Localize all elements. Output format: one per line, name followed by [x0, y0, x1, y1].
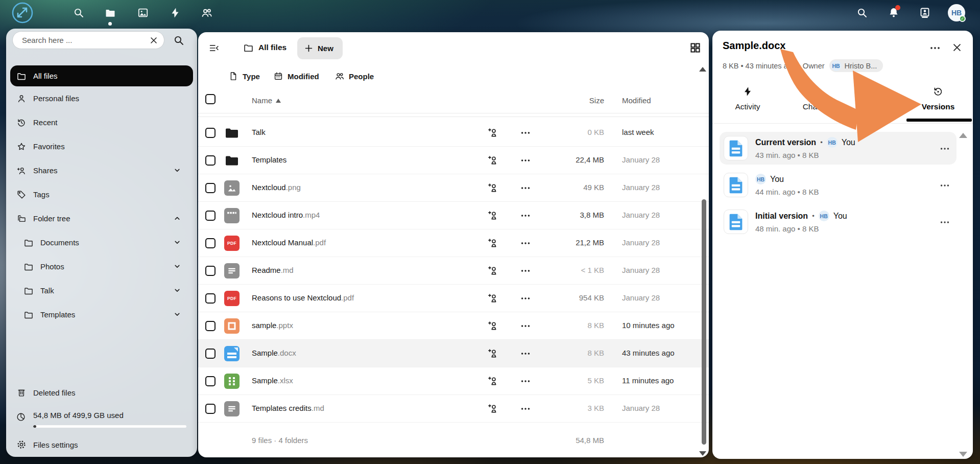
- sidebar-item-tags[interactable]: Tags: [6, 182, 197, 206]
- file-name[interactable]: Nextcloud.png: [252, 183, 301, 192]
- share-add-icon[interactable]: [487, 347, 499, 359]
- file-name[interactable]: Sample.docx: [252, 349, 296, 357]
- version-row-3[interactable]: Initial version•HBYou48 min. ago • 8 KB: [720, 205, 957, 238]
- file-row-sample-docx[interactable]: Sample.docx8 KB43 minutes ago: [198, 340, 709, 367]
- details-actions-icon[interactable]: [929, 42, 941, 54]
- sidebar-item-folder-tree[interactable]: Folder tree: [6, 206, 197, 230]
- scrollbar-thumb[interactable]: [702, 199, 706, 445]
- version-row-1[interactable]: Current version•HBYou43 min. ago • 8 KB: [720, 132, 957, 165]
- column-header-size[interactable]: Size: [525, 96, 604, 105]
- dots-h-icon[interactable]: [939, 180, 950, 191]
- sidebar-item-recent[interactable]: Recent: [6, 110, 197, 134]
- chevron-down-icon[interactable]: [172, 285, 182, 295]
- filter-chip-type[interactable]: Type: [228, 71, 260, 81]
- collapse-sidebar-icon[interactable]: [208, 42, 220, 54]
- file-name[interactable]: Nextcloud Manual.pdf: [252, 238, 326, 247]
- share-add-icon[interactable]: [487, 154, 499, 166]
- row-checkbox[interactable]: [205, 321, 216, 331]
- chevron-down-icon[interactable]: [172, 309, 182, 319]
- row-checkbox[interactable]: [205, 293, 216, 304]
- file-name[interactable]: Talk: [252, 128, 266, 136]
- chevron-down-icon[interactable]: [172, 165, 182, 175]
- file-row-nextcloud-manual-pdf[interactable]: PDFNextcloud Manual.pdf21,2 MBJanuary 28: [198, 229, 709, 257]
- clear-search-icon[interactable]: [149, 35, 159, 45]
- file-row-templates-credits-md[interactable]: Templates credits.md3 KBJanuary 28: [198, 395, 709, 423]
- sidebar-item-talk[interactable]: Talk: [6, 279, 197, 303]
- file-name[interactable]: Nextcloud intro.mp4: [252, 211, 320, 219]
- contacts-menu-icon[interactable]: [919, 7, 931, 19]
- unified-search-icon[interactable]: [856, 7, 868, 19]
- file-row-reasons-to-use-nextcloud-pdf[interactable]: PDFReasons to use Nextcloud.pdf954 KBJan…: [198, 285, 709, 312]
- app-search-icon[interactable]: [73, 7, 85, 19]
- app-files-icon[interactable]: [104, 7, 116, 19]
- tab-versions[interactable]: Versions: [907, 86, 969, 111]
- share-add-icon[interactable]: [487, 127, 499, 138]
- chevron-down-icon[interactable]: [172, 261, 182, 271]
- file-row-talk[interactable]: Talk0 KBlast week: [198, 119, 709, 147]
- versions-scroll-up-arrow[interactable]: [959, 133, 967, 138]
- file-row-nextcloud-intro-mp4[interactable]: Nextcloud intro.mp43,8 MBJanuary 28: [198, 202, 709, 229]
- file-row-sample-pptx[interactable]: sample.pptx8 KB10 minutes ago: [198, 312, 709, 340]
- chevron-down-icon[interactable]: [172, 237, 182, 247]
- sidebar-item-deleted-files[interactable]: Deleted files: [6, 381, 197, 404]
- file-row-sample-xlsx[interactable]: Sample.xlsx5 KB11 minutes ago: [198, 367, 709, 395]
- file-name[interactable]: Templates credits.md: [252, 404, 324, 412]
- app-activity-icon[interactable]: [169, 7, 181, 19]
- row-checkbox[interactable]: [205, 404, 216, 414]
- version-row-2[interactable]: HBYou44 min. ago • 8 KB: [720, 169, 957, 201]
- file-row-readme-md[interactable]: Readme.md< 1 KBJanuary 28: [198, 257, 709, 285]
- file-name[interactable]: Readme.md: [252, 266, 294, 274]
- share-add-icon[interactable]: [487, 265, 499, 276]
- file-name[interactable]: Reasons to use Nextcloud.pdf: [252, 293, 354, 302]
- sidebar-item-personal-files[interactable]: Personal files: [6, 86, 197, 110]
- file-row-templates[interactable]: Templates22,4 MBJanuary 28: [198, 147, 709, 174]
- breadcrumb[interactable]: All files: [258, 43, 286, 52]
- scroll-up-arrow[interactable]: [699, 67, 706, 72]
- share-add-icon[interactable]: [487, 237, 499, 249]
- row-checkbox[interactable]: [205, 155, 216, 166]
- app-photos-icon[interactable]: [137, 7, 149, 19]
- sidebar-item-files-settings[interactable]: Files settings: [6, 433, 197, 456]
- nextcloud-logo[interactable]: [11, 2, 34, 24]
- search-input[interactable]: [21, 35, 149, 45]
- share-add-icon[interactable]: [487, 182, 499, 194]
- share-add-icon[interactable]: [487, 320, 499, 332]
- file-row-nextcloud-png[interactable]: Nextcloud.png49 KBJanuary 28: [198, 174, 709, 202]
- dots-h-icon[interactable]: [939, 143, 950, 154]
- filter-chip-people[interactable]: People: [334, 71, 374, 81]
- column-header-name[interactable]: Name: [252, 96, 281, 105]
- sidebar-item-documents[interactable]: Documents: [6, 230, 197, 254]
- column-header-modified[interactable]: Modified: [622, 96, 651, 105]
- row-checkbox[interactable]: [205, 128, 216, 138]
- close-panel-icon[interactable]: [951, 42, 963, 53]
- file-name[interactable]: Templates: [252, 155, 286, 164]
- sidebar-item-photos[interactable]: Photos: [6, 254, 197, 279]
- search-submit-icon[interactable]: [173, 34, 185, 47]
- filter-chip-modified[interactable]: Modified: [273, 71, 319, 81]
- versions-scroll-down-arrow[interactable]: [959, 452, 967, 457]
- sidebar-item-all-files[interactable]: All files: [10, 65, 193, 86]
- row-checkbox[interactable]: [205, 183, 216, 193]
- dots-h-icon[interactable]: [939, 217, 950, 228]
- tab-chat[interactable]: Chat: [780, 86, 842, 111]
- row-checkbox[interactable]: [205, 211, 216, 221]
- tab-activity[interactable]: Activity: [717, 86, 778, 111]
- row-checkbox[interactable]: [205, 349, 216, 359]
- scroll-down-arrow[interactable]: [699, 451, 706, 456]
- share-add-icon[interactable]: [487, 375, 499, 387]
- share-add-icon[interactable]: [487, 292, 499, 304]
- share-add-icon[interactable]: [487, 210, 499, 221]
- file-name[interactable]: sample.pptx: [252, 321, 293, 330]
- sidebar-item-favorites[interactable]: Favorites: [6, 134, 197, 158]
- chevron-up-icon[interactable]: [172, 213, 182, 223]
- grid-view-toggle-icon[interactable]: [689, 42, 701, 54]
- row-checkbox[interactable]: [205, 376, 216, 386]
- app-contacts-icon[interactable]: [201, 7, 213, 19]
- file-name[interactable]: Sample.xlsx: [252, 376, 293, 385]
- sidebar-item-shares[interactable]: Shares: [6, 158, 197, 182]
- row-checkbox[interactable]: [205, 266, 216, 276]
- new-button[interactable]: New: [297, 37, 343, 59]
- sidebar-item-templates[interactable]: Templates: [6, 303, 197, 327]
- share-add-icon[interactable]: [487, 403, 499, 414]
- select-all-checkbox[interactable]: [205, 94, 216, 104]
